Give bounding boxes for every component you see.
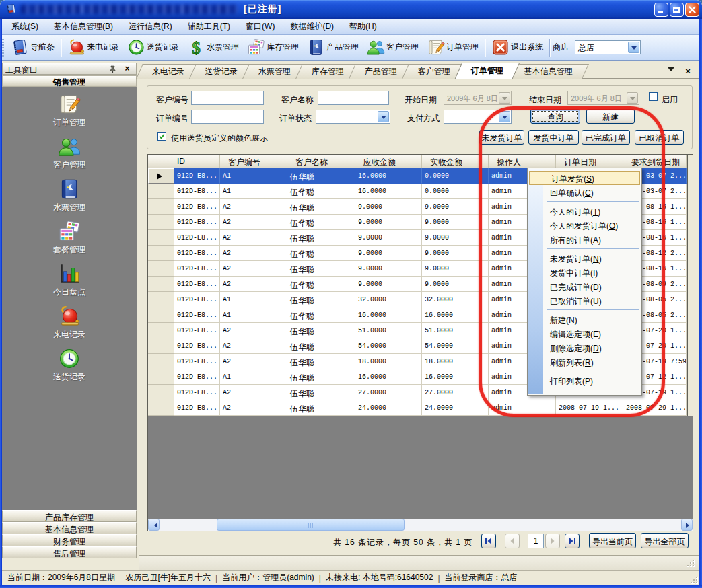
restore-button[interactable] [670,3,684,17]
grid-header-0[interactable]: ID [174,155,220,168]
sidebar-item-scroll[interactable]: 订单管理 [2,93,137,135]
end-date-picker[interactable]: 2009年 6月 8日 [567,91,639,105]
context-menu-item-P[interactable]: 打印列表(P) [528,373,641,388]
scrollbar-thumb[interactable] [217,519,405,531]
row-selector-cell[interactable] [148,230,174,246]
row-selector-cell[interactable] [148,385,174,400]
new-button[interactable]: 新建 [586,109,635,124]
scroll-left-arrow[interactable] [148,519,160,531]
row-selector-cell[interactable] [148,184,174,199]
tool-window-caption[interactable]: 工具窗口 × [2,63,137,75]
grid-header-2[interactable]: 客户名称 [287,155,355,168]
status-filter-button-1[interactable]: 发货中订单 [528,130,579,145]
row-selector-cell[interactable] [148,338,174,354]
shop-combobox-arrow[interactable] [628,42,639,53]
context-menu-item-R[interactable]: 刷新列表(R) [528,355,641,369]
sidebar-group-header[interactable]: 销售管理 [2,75,137,87]
context-menu-item-C[interactable]: 回单确认(C) [528,185,641,199]
row-selector-cell[interactable] [148,215,174,230]
toolbar-button-people[interactable]: 客户管理 [363,37,423,59]
sidebar-item-grid[interactable]: 套餐管理 [2,220,137,262]
tab-基本信息管理[interactable]: 基本信息管理 [508,64,589,79]
context-menu-item-U[interactable]: 已取消订单(U) [528,293,641,307]
tab-订单管理[interactable]: 订单管理 [455,63,520,79]
status-filter-button-2[interactable]: 已完成订单 [582,130,630,145]
row-selector-cell[interactable] [148,354,174,369]
context-menu-item-D[interactable]: 已完成订单(D) [528,279,641,293]
sidebar-group-button-3[interactable]: 售后管理 [2,546,137,558]
order-status-arrow[interactable] [378,111,389,122]
sidebar-item-clock[interactable]: 送货记录 [2,347,137,390]
menu-item-W[interactable]: 窗口(W) [240,18,281,35]
panel-resize-grip[interactable] [686,558,695,567]
menu-item-D[interactable]: 数据维护(D) [284,18,340,35]
sidebar-item-people[interactable]: 客户管理 [2,135,137,178]
export-all-pages-button[interactable]: 导出全部页 [641,533,689,548]
grid-header-6[interactable]: 订单日期 [556,155,623,168]
row-selector-cell[interactable] [148,199,174,215]
menu-item-B[interactable]: 基本信息管理(B) [48,18,119,35]
sidebar-item-chart[interactable]: 今日盘点 [2,262,137,305]
pin-icon[interactable] [108,65,117,73]
grid-header-3[interactable]: 应收金额 [355,155,422,168]
titlebar[interactable]: [已注册] [0,0,702,19]
toolbar-button-grid[interactable]: 库存管理 [243,37,303,59]
sidebar-group-button-2[interactable]: 财务管理 [2,534,137,546]
context-menu-item-D[interactable]: 删除选定项(D) [528,340,641,355]
toolbar-grip[interactable] [2,39,4,57]
context-menu-item-E[interactable]: 编辑选定项(E) [528,326,641,340]
enable-date-checkbox[interactable] [649,92,658,101]
tab-list-chevron-icon[interactable] [668,67,674,75]
row-selector-cell[interactable] [148,323,174,338]
toolbar-button-book[interactable]: 产品管理 [303,37,363,59]
context-menu-item-T[interactable]: 今天的订单(T) [528,204,641,218]
status-filter-button-3[interactable]: 已取消订单 [635,130,684,145]
sidebar-item-book[interactable]: 水票管理 [2,178,137,220]
menu-item-H[interactable]: 帮助(H) [343,18,383,35]
tool-window-close-icon[interactable]: × [122,64,132,73]
horizontal-scrollbar[interactable] [148,519,693,531]
prev-page-button[interactable] [505,534,520,548]
menu-item-R[interactable]: 运行信息(R) [122,18,178,35]
next-page-button[interactable] [545,534,560,548]
first-page-button[interactable] [481,534,496,548]
row-selector-cell[interactable] [148,261,174,277]
row-selector-cell[interactable] [148,246,174,261]
row-selector-cell[interactable] [148,400,174,416]
toolbar-button-exit[interactable]: 退出系统 [487,37,547,59]
menu-item-T[interactable]: 辅助工具(T) [182,18,236,35]
color-checkbox[interactable] [157,132,166,141]
context-menu-item-N[interactable]: 未发货订单(N) [528,251,641,265]
toolbar-button-clock[interactable]: 送货记录 [123,37,183,59]
grid-header-1[interactable]: 客户编号 [220,155,287,168]
row-selector-cell[interactable] [148,277,174,292]
grid-header-4[interactable]: 实收金额 [422,155,489,168]
scroll-right-arrow[interactable] [681,519,693,531]
tab-close-icon[interactable]: × [682,66,693,77]
customer-code-input[interactable] [191,91,264,105]
pay-method-arrow[interactable] [499,111,510,122]
context-menu-item-N[interactable]: 新建(N) [528,312,641,326]
menu-item-S[interactable]: 系统(S) [5,18,44,35]
sidebar-group-button-0[interactable]: 产品库存管理 [2,510,137,522]
end-date-arrow[interactable] [627,92,638,104]
context-menu-item-O[interactable]: 今天的发货订单(O) [528,218,641,232]
row-selector-cell[interactable] [148,168,174,184]
shop-combobox[interactable]: 总店 [575,40,641,54]
grid-header-5[interactable]: 操作人 [489,155,556,168]
query-button[interactable]: 查询 [530,109,580,124]
row-selector-cell[interactable] [148,369,174,385]
toolbar-button-bell[interactable]: 来电记录 [63,37,123,59]
toolbar-button-dollar[interactable]: 水票管理 [183,37,243,59]
context-menu-item-A[interactable]: 所有的订单(A) [528,232,641,246]
order-status-combobox[interactable] [316,110,390,124]
customer-name-input[interactable] [318,91,389,105]
page-number-input[interactable] [528,534,544,548]
start-date-arrow[interactable] [499,92,510,104]
pay-method-combobox[interactable] [444,110,512,124]
row-selector-cell[interactable] [148,307,174,323]
grid-header-7[interactable]: 要求到货日期 [623,155,687,168]
window-resize-grip[interactable] [689,575,698,584]
sidebar-item-bell[interactable]: 来电记录 [2,305,137,347]
context-menu-item-S[interactable]: 订单发货(S) [529,171,640,185]
